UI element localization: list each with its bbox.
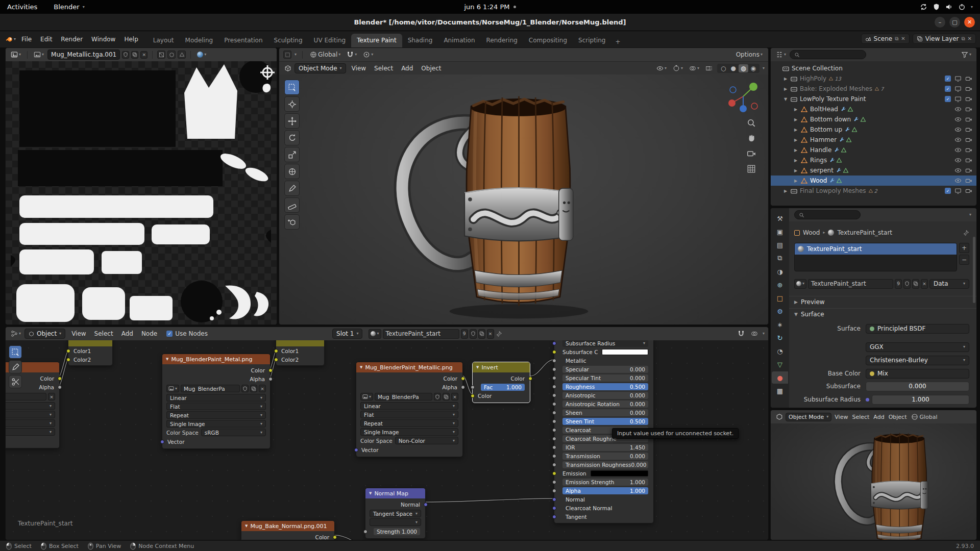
unlink-icon[interactable]: × [48,393,55,400]
node-dropdown[interactable]: ▾ [6,411,55,418]
properties-options-dropdown[interactable]: ▾ [969,213,971,217]
chevron-down-icon[interactable]: ▾ [971,5,973,9]
close-button[interactable]: ✕ [964,17,975,28]
distribution-dropdown[interactable]: GGX▾ [866,342,969,352]
viewport-menu[interactable]: Add [871,413,886,421]
node-socket[interactable] [160,440,164,444]
properties-tab-particles[interactable]: ∗ [772,318,788,331]
node-dropdown[interactable]: Linear▾ [360,402,458,410]
scale-tool[interactable] [284,147,300,162]
node-input-color1[interactable]: Color1 [276,346,324,355]
outliner-row[interactable]: ▶ Bottom up [771,124,976,135]
bsdf-input-row[interactable]: Alpha 1.000 [554,486,653,495]
subsurface-radius-field-2[interactable]: 0.200 [872,407,969,409]
remove-slot-button[interactable]: − [959,255,969,265]
exclude-checkbox[interactable]: ✓ [945,76,951,82]
bsdf-input-row[interactable]: Normal [554,495,653,504]
workspace-tab[interactable]: Compositing [523,34,573,47]
shading-material-preview-button[interactable]: ◍ [739,64,748,72]
node-output-color[interactable]: Color [162,366,270,374]
node-output-color[interactable]: Color [356,374,462,383]
node-socket[interactable] [461,377,465,381]
node-header[interactable]: ▼Invert [473,362,530,372]
shader-menu[interactable]: Node [137,329,161,339]
surface-panel-header[interactable]: ▼Surface [789,308,976,319]
properties-tab-physics[interactable]: ↻ [772,332,788,344]
expand-arrow[interactable]: ▶ [793,128,798,132]
properties-tab-render[interactable]: ▣ [772,226,788,238]
invert-node[interactable]: ▼Invert Color Fac1.000 Color [472,362,530,403]
space-dropdown[interactable]: Tangent Space▾ [370,510,421,517]
properties-tab-constraints[interactable]: ◔ [772,345,788,357]
bsdf-input-row[interactable]: Roughness 0.500 [554,382,653,391]
cursor-tool[interactable] [284,96,300,112]
properties-tab-world[interactable]: ⊕ [772,279,788,291]
material-name-field[interactable]: TexturePaint_start [808,279,893,289]
viewport-menu[interactable]: View [832,413,850,421]
shader-menu[interactable]: Add [117,329,137,339]
select-box-tool[interactable] [9,345,22,359]
camera-icon[interactable] [965,167,972,174]
shading-solid-button[interactable]: ● [729,64,738,72]
image-texture-node-metallic[interactable]: ▼Mug_BlenderPaint_Metallic.png Color Alp… [356,362,463,457]
workspace-tab[interactable]: Modeling [180,34,219,47]
paint-mask-toggle-3[interactable] [178,51,186,59]
outliner-row[interactable]: ▶ Handle [771,145,976,155]
node-socket[interactable] [552,454,556,458]
proportional-editing-icon[interactable]: ▾ [361,50,375,59]
bsdf-input-row[interactable]: Sheen Tint 0.500 [554,417,653,425]
properties-tab-object[interactable]: □ [772,292,788,304]
camera-icon[interactable] [965,136,972,143]
node-socket[interactable] [552,506,556,510]
unlink-icon[interactable]: × [259,385,266,392]
bsdf-input-row[interactable]: Tangent [554,512,653,521]
outliner-row[interactable]: ▶ Wood [771,176,976,186]
maximize-button[interactable]: ▢ [949,17,960,28]
node-socket[interactable] [552,376,556,380]
exclude-checkbox[interactable]: ✓ [945,96,951,102]
properties-tab-texture[interactable]: ▦ [772,385,788,397]
bsdf-input-row[interactable]: Emission Strength 1.000 [554,478,653,486]
fake-user-icon[interactable] [122,51,129,59]
node-socket[interactable] [58,385,62,389]
annotate-tool[interactable] [284,181,300,196]
slot-dropdown[interactable]: Slot 1▾ [332,329,362,339]
viewport-menu[interactable]: Object [417,63,445,73]
colorspace-dropdown[interactable]: Non-Color▾ [395,437,458,444]
node-socket[interactable] [66,358,70,362]
node-input-color[interactable]: Color [473,391,530,400]
browse-material-dropdown[interactable]: ▾ [369,329,381,339]
node-input-vector[interactable]: Vector [356,445,462,454]
shading-rendered-button[interactable]: ◉ [749,64,758,72]
overlays-icon[interactable] [749,329,760,338]
expand-arrow[interactable]: ▶ [783,189,788,193]
viewport-menu[interactable]: Add [397,63,417,73]
node-socket[interactable] [274,358,278,362]
pin-icon[interactable] [496,331,502,337]
node-input-strength[interactable]: Strength1.000 [365,527,425,536]
material-name-field[interactable]: TexturePaint_start [383,329,459,339]
bsdf-input-row[interactable]: Specular 0.000 [554,365,653,373]
add-cube-tool[interactable] [284,214,300,230]
node-input-color2[interactable]: Color2 [68,355,112,364]
viewport-menu[interactable]: Object [887,413,909,421]
bsdf-input-row[interactable]: Subsurface C [554,347,653,356]
workspace-tab[interactable]: Presentation [218,34,268,47]
shading-wireframe-button[interactable]: ○ [719,64,728,72]
node-socket[interactable] [58,377,62,381]
use-nodes-checkbox[interactable]: ✓ [166,331,173,337]
norse-mug-model[interactable] [356,79,662,322]
pin-icon[interactable] [963,230,969,236]
node-header[interactable]: ▼Normal Map [365,488,425,498]
cut-links-tool[interactable] [9,375,22,388]
fake-user-icon[interactable] [434,393,441,400]
new-scene-icon[interactable]: ⧉ [895,36,898,42]
bsdf-input-row[interactable]: Sheen 0.000 [554,408,653,417]
screen-icon[interactable] [954,95,962,103]
eye-icon[interactable] [954,157,962,164]
bsdf-input-row[interactable]: Transmission 0.000 [554,452,653,460]
users-count-button[interactable]: 9 [461,329,468,339]
scene-selector[interactable]: Scene ⧉ ✕ [861,34,910,44]
node-socket[interactable] [268,368,273,372]
snapping-magnet-icon[interactable] [736,329,746,338]
